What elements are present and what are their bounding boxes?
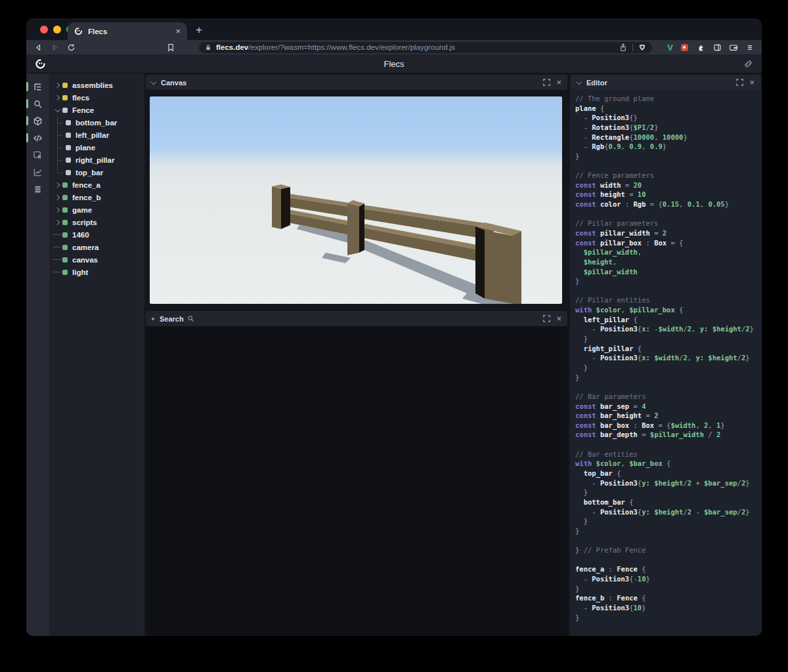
chevron-down-icon[interactable] — [577, 79, 582, 84]
chevron-right-icon[interactable] — [53, 203, 62, 216]
editor-column: Editor × // The ground planeplane { - Po… — [569, 74, 762, 636]
tree-item-bottom_bar[interactable]: bottom_bar — [49, 116, 144, 129]
editor-code[interactable]: // The ground planeplane { - Position3{}… — [570, 90, 762, 636]
expand-icon[interactable] — [543, 79, 550, 86]
tree-item-Fence[interactable]: Fence — [49, 104, 144, 116]
tree-item-camera[interactable]: camera — [49, 241, 144, 253]
code-line — [575, 209, 762, 219]
code-line: } — [575, 373, 762, 383]
code-line: - Position3{-10} — [575, 574, 762, 584]
reload-icon[interactable] — [66, 42, 76, 52]
close-window-button[interactable] — [40, 26, 48, 33]
chevron-right-icon[interactable] — [53, 216, 62, 228]
extensions-puzzle-icon[interactable] — [695, 42, 706, 52]
expand-icon[interactable] — [736, 79, 743, 86]
red-extension-icon[interactable] — [679, 42, 690, 52]
entity-kind-icon — [62, 95, 68, 100]
expand-icon[interactable] — [543, 315, 550, 322]
code-line: left_pillar { — [575, 315, 762, 325]
tree-item-scripts[interactable]: scripts — [49, 216, 144, 228]
entity-tree: assembliesflecsFencebottom_barleft_pilla… — [49, 74, 144, 636]
entity-kind-icon — [62, 220, 68, 225]
forward-icon[interactable] — [49, 42, 60, 52]
tree-item-right_pillar[interactable]: right_pillar — [49, 154, 144, 166]
close-panel-icon[interactable]: × — [556, 78, 561, 87]
stack-icon[interactable] — [26, 180, 49, 198]
inspector-icon[interactable] — [26, 146, 49, 163]
code-line — [575, 440, 762, 450]
bullet-icon[interactable] — [152, 318, 154, 320]
entity-kind-icon — [62, 232, 68, 238]
code-line: - Position3{y: $height/2 - $bar_sep/2} — [575, 507, 762, 517]
cube-icon[interactable] — [26, 112, 49, 129]
url-bar[interactable]: flecs.dev/explorer/?wasm=https://www.fle… — [199, 42, 652, 53]
tree-item-flecs[interactable]: flecs — [49, 91, 144, 104]
tree-item-label: 1460 — [72, 231, 89, 239]
tree-guide — [53, 154, 66, 166]
tree-item-fence_b[interactable]: fence_b — [49, 191, 144, 203]
code-line: } — [575, 363, 762, 373]
editor-panel-title: Editor — [586, 79, 607, 87]
code-line: } — [575, 488, 762, 497]
tree-guide — [53, 129, 66, 141]
tree-item-1460[interactable]: 1460 — [49, 228, 144, 241]
code-line — [575, 536, 762, 545]
tree-item-game[interactable]: game — [49, 203, 144, 216]
code-line: - Position3{10} — [575, 603, 762, 613]
code-icon[interactable] — [26, 129, 49, 146]
chart-icon[interactable] — [26, 163, 49, 180]
tree-item-label: fence_b — [72, 194, 100, 201]
tree-item-canvas[interactable]: canvas — [49, 253, 144, 266]
bookmark-icon[interactable] — [165, 42, 176, 52]
minimize-window-button[interactable] — [53, 26, 61, 33]
tree-item-fence_a[interactable]: fence_a — [49, 178, 144, 191]
tree-item-light[interactable]: light — [49, 266, 144, 278]
code-line: const pillar_box : Box = { — [575, 238, 762, 248]
entity-kind-icon — [66, 145, 71, 150]
code-line: - Rectangle{10000, 10000} — [575, 133, 762, 142]
tree-item-label: fence_a — [72, 181, 100, 189]
tree-item-assemblies[interactable]: assemblies — [49, 79, 144, 91]
chevron-down-icon[interactable] — [151, 79, 156, 84]
side-panel-icon[interactable] — [712, 42, 722, 52]
tab-close-icon[interactable]: × — [175, 27, 181, 35]
menu-icon[interactable] — [745, 42, 755, 52]
code-line: $pillar_width — [575, 267, 762, 277]
chevron-right-icon[interactable] — [53, 178, 62, 191]
brave-shield-icon[interactable] — [638, 43, 646, 52]
code-line: } — [575, 584, 762, 594]
sidebar-rail — [26, 74, 49, 636]
chevron-down-icon[interactable] — [53, 104, 62, 116]
tree-item-left_pillar[interactable]: left_pillar — [49, 129, 144, 141]
search-icon[interactable] — [26, 95, 49, 112]
code-line: // Bar parameters — [575, 392, 762, 402]
tree-item-plane[interactable]: plane — [49, 141, 144, 154]
new-tab-button[interactable]: + — [192, 24, 206, 37]
tree-guide — [53, 253, 62, 266]
tree-icon[interactable] — [26, 78, 49, 95]
canvas-3d-scene[interactable] — [150, 96, 562, 304]
chevron-right-icon[interactable] — [53, 91, 62, 104]
code-line: plane { — [575, 104, 762, 114]
tree-item-top_bar[interactable]: top_bar — [49, 166, 144, 178]
entity-kind-icon — [62, 195, 68, 200]
search-results-area[interactable] — [146, 326, 567, 636]
code-line — [575, 382, 762, 392]
browser-tab[interactable]: Flecs × — [68, 22, 187, 40]
browser-toolbar: flecs.dev/explorer/?wasm=https://www.fle… — [26, 40, 762, 54]
code-line: // Fence parameters — [575, 171, 762, 180]
share-icon[interactable] — [619, 43, 627, 52]
center-column: Canvas × — [144, 74, 569, 636]
wallet-icon[interactable] — [728, 42, 739, 52]
canvas-viewport[interactable] — [150, 96, 562, 304]
tree-guide — [53, 166, 66, 178]
chevron-right-icon[interactable] — [53, 79, 62, 91]
close-panel-icon[interactable]: × — [749, 78, 755, 87]
back-icon[interactable] — [33, 42, 43, 52]
vue-devtools-icon[interactable]: V — [667, 43, 673, 52]
tree-item-label: right_pillar — [76, 156, 114, 164]
close-panel-icon[interactable]: × — [556, 314, 561, 323]
tree-item-label: assemblies — [72, 81, 113, 89]
chevron-right-icon[interactable] — [53, 191, 62, 203]
search-glyph-icon — [187, 315, 194, 322]
